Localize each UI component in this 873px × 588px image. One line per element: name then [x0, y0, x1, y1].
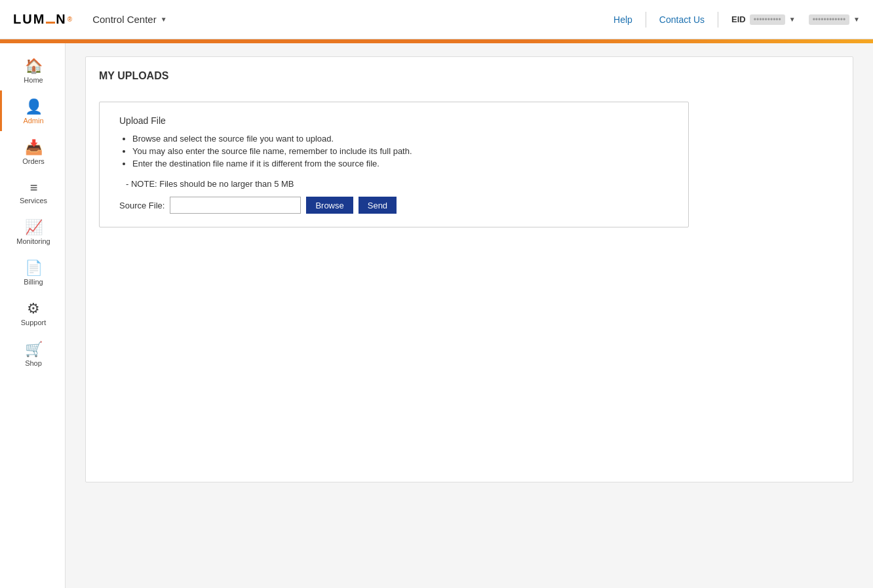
upload-box: Upload File Browse and select the source… — [99, 102, 689, 227]
sidebar-label-services: Services — [20, 197, 47, 205]
header-sep-2 — [718, 12, 718, 28]
logo-trademark: ® — [68, 16, 73, 23]
sidebar-label-support: Support — [21, 319, 47, 326]
sidebar-item-home[interactable]: 🏠 Home — [0, 50, 65, 90]
send-button[interactable]: Send — [359, 197, 397, 214]
monitoring-icon: 📈 — [25, 220, 43, 235]
upload-instruction-3: Enter the destination file name if it is… — [132, 159, 669, 168]
browse-button[interactable]: Browse — [306, 197, 353, 214]
sidebar-item-services[interactable]: ≡ Services — [0, 172, 65, 211]
header-right: Help Contact Us EID •••••••••• ▼ •••••••… — [613, 12, 860, 28]
home-icon: 🏠 — [25, 59, 43, 73]
upload-instruction-1: Browse and select the source file you wa… — [132, 134, 669, 144]
control-center-chevron: ▼ — [161, 16, 167, 23]
user-value: •••••••••••• — [809, 14, 849, 25]
control-center-label: Control Center — [92, 14, 157, 25]
page-title: MY UPLOADS — [99, 70, 840, 88]
logo: LUMN ® — [13, 12, 73, 27]
sidebar-item-monitoring[interactable]: 📈 Monitoring — [0, 211, 65, 252]
sidebar-label-monitoring: Monitoring — [16, 237, 50, 245]
eid-selector[interactable]: EID •••••••••• ▼ — [731, 14, 796, 25]
user-selector[interactable]: •••••••••••• ▼ — [809, 14, 860, 25]
source-file-label: Source File: — [119, 201, 165, 210]
admin-icon: 👤 — [25, 100, 43, 114]
sidebar-label-shop: Shop — [25, 359, 42, 367]
sidebar-item-admin[interactable]: 👤 Admin — [0, 90, 65, 131]
logo-text: LUMN — [13, 12, 67, 27]
sidebar-label-billing: Billing — [24, 278, 43, 286]
header-sep-1 — [646, 12, 646, 28]
eid-value: •••••••••• — [750, 14, 785, 25]
help-link[interactable]: Help — [613, 14, 632, 25]
sidebar-label-orders: Orders — [22, 157, 45, 165]
sidebar-label-home: Home — [24, 76, 43, 84]
billing-icon: 📄 — [25, 261, 43, 275]
control-center-menu[interactable]: Control Center ▼ — [92, 14, 166, 25]
support-icon: ⚙ — [27, 302, 40, 316]
shop-icon: 🛒 — [25, 342, 43, 357]
upload-note: - NOTE: Files should be no larger than 5… — [116, 179, 669, 189]
layout: 🏠 Home 👤 Admin 📥 Orders ≡ Services 📈 Mon… — [0, 43, 873, 588]
page-card: MY UPLOADS Upload File Browse and select… — [85, 56, 853, 482]
sidebar-item-orders[interactable]: 📥 Orders — [0, 131, 65, 172]
services-icon: ≡ — [30, 181, 37, 194]
sidebar-item-shop[interactable]: 🛒 Shop — [0, 333, 65, 374]
source-file-input[interactable] — [170, 197, 301, 214]
upload-instruction-2: You may also enter the source file name,… — [132, 146, 669, 156]
upload-instructions: Browse and select the source file you wa… — [119, 134, 669, 168]
upload-form: Source File: Browse Send — [119, 197, 669, 214]
main-content: MY UPLOADS Upload File Browse and select… — [66, 43, 873, 588]
upload-title: Upload File — [119, 115, 669, 126]
orders-icon: 📥 — [25, 140, 43, 155]
header: LUMN ® Control Center ▼ Help Contact Us … — [0, 0, 873, 39]
user-chevron: ▼ — [853, 16, 860, 23]
eid-chevron: ▼ — [789, 16, 796, 23]
contact-us-link[interactable]: Contact Us — [659, 14, 705, 25]
sidebar-label-admin: Admin — [23, 117, 43, 125]
eid-label: EID — [731, 14, 746, 24]
sidebar-item-support[interactable]: ⚙ Support — [0, 292, 65, 333]
sidebar: 🏠 Home 👤 Admin 📥 Orders ≡ Services 📈 Mon… — [0, 43, 66, 588]
sidebar-item-billing[interactable]: 📄 Billing — [0, 252, 65, 292]
